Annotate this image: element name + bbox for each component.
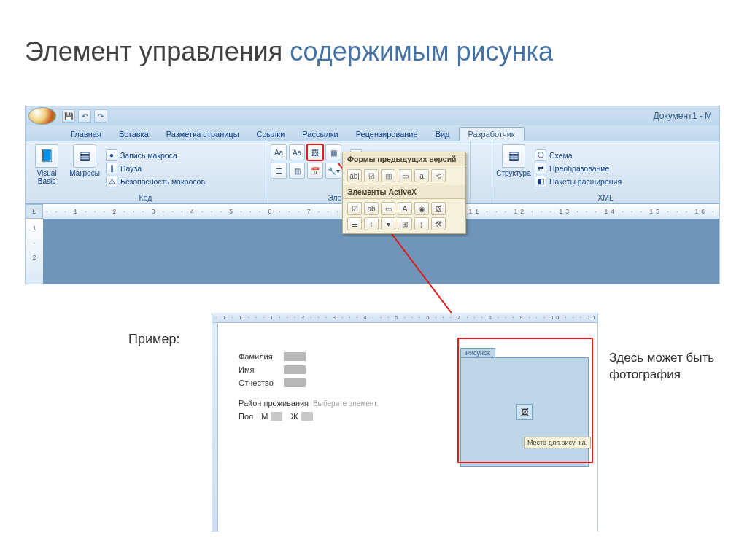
group-code: 📘 Visual Basic ▤ Макросы ●Запись макроса… (26, 141, 266, 203)
macros-button[interactable]: ▤ Макросы (68, 144, 101, 192)
structure-label: Структура (496, 169, 530, 177)
dropdown-control-icon[interactable]: ▥ (289, 163, 305, 179)
record-label: Запись макроса (120, 151, 177, 160)
legacy-reset-icon[interactable]: ⟲ (431, 169, 446, 182)
gender-label: Пол (239, 412, 253, 421)
word-document-preview: · 1 · 1 · · · 1 · · · 2 · · · 3 · · · 4 … (212, 313, 598, 532)
legacy-checkbox-icon[interactable]: ☑ (364, 169, 379, 182)
ax-more-icon[interactable]: 🛠 (431, 217, 446, 230)
security-icon: ⚠ (106, 176, 117, 187)
example-label: Пример: (128, 332, 179, 347)
ax-spin-icon[interactable]: ↨ (414, 217, 429, 230)
slide-title: Элемент управления содержимым рисунка (25, 36, 553, 67)
ax-label-icon[interactable]: A (398, 202, 412, 215)
activex-header: Элементы ActiveX (343, 185, 465, 199)
pause-label: Пауза (120, 164, 142, 173)
tab-insert[interactable]: Вставка (110, 128, 158, 141)
legacy-tools-dropdown: Формы предыдущих версий ab| ☑ ▥ ▭ a ⟲ Эл… (342, 152, 466, 234)
save-icon[interactable]: 💾 (62, 109, 75, 122)
visual-basic-button[interactable]: 📘 Visual Basic (30, 144, 63, 192)
patronymic-field[interactable] (284, 378, 306, 387)
ax-button-icon[interactable]: ▭ (381, 202, 395, 215)
packs-icon: ◧ (535, 176, 546, 187)
vb-label: Visual Basic (30, 169, 63, 185)
gender-f-checkbox[interactable] (301, 412, 313, 421)
window-title: Документ1 - M (653, 111, 716, 121)
security-label: Безопасность макросов (120, 177, 205, 186)
picture-content-control[interactable]: Рисунок 🖼 Место для рисунка. (460, 348, 589, 467)
tab-mailings[interactable]: Рассылки (293, 128, 347, 141)
ribbon-tabs: Главная Вставка Разметка страницы Ссылки… (26, 125, 719, 141)
ax-combo-icon[interactable]: ▾ (381, 217, 395, 230)
quick-access-toolbar: 💾 ↶ ↷ Документ1 - M (26, 106, 719, 125)
ax-image-icon[interactable]: 🖼 (431, 202, 446, 215)
lastname-label: Фамилия (239, 352, 279, 361)
ax-option-icon[interactable]: ◉ (414, 202, 429, 215)
legacy-forms-row: ab| ☑ ▥ ▭ a ⟲ (343, 166, 465, 185)
macro-security-button[interactable]: ⚠Безопасность макросов (106, 176, 205, 187)
group-xml-label: XML (497, 192, 714, 202)
word-ribbon-window: 💾 ↶ ↷ Документ1 - M Главная Вставка Разм… (25, 106, 720, 284)
structure-button[interactable]: ▤ Структура (497, 144, 530, 192)
tab-references[interactable]: Ссылки (248, 128, 294, 141)
packs-label: Пакеты расширения (549, 177, 622, 186)
ax-checkbox-icon[interactable]: ☑ (347, 202, 362, 215)
photo-note: Здесь может быть фотография (609, 350, 719, 384)
datepicker-control-icon[interactable]: 📅 (307, 163, 323, 179)
picture-control-tab: Рисунок (460, 348, 495, 357)
picture-control-area[interactable]: 🖼 Место для рисунка. (460, 357, 589, 467)
tab-developer[interactable]: Разработчик (459, 127, 525, 141)
picture-control-icon[interactable]: 🖼 (307, 144, 323, 160)
spacer-group (471, 141, 492, 203)
vertical-ruler: 1·2 (26, 219, 43, 284)
title-part-2: содержимым рисунка (290, 36, 553, 66)
patronymic-label: Отчество (239, 378, 279, 387)
record-icon: ● (106, 149, 117, 161)
plaintext-control-icon[interactable]: Aa (289, 144, 305, 160)
firstname-field[interactable] (284, 365, 306, 374)
legacy-dropdown-icon[interactable]: ▥ (381, 169, 395, 182)
picture-tooltip: Место для рисунка. (524, 437, 591, 448)
legacy-forms-header: Формы предыдущих версий (343, 152, 465, 166)
firstname-label: Имя (239, 365, 279, 374)
redo-icon[interactable]: ↷ (94, 109, 107, 122)
schema-icon: ⎔ (535, 149, 546, 161)
tab-layout[interactable]: Разметка страницы (158, 128, 248, 141)
ax-textbox-icon[interactable]: ab (364, 202, 379, 215)
expansion-packs-button[interactable]: ◧Пакеты расширения (535, 176, 622, 187)
legacy-tools-icon[interactable]: 🔧▾ (325, 163, 341, 179)
doc2-page: Фамилия Имя Отчество Район проживания Вы… (218, 323, 597, 532)
tab-home[interactable]: Главная (62, 128, 110, 141)
buildingblock-control-icon[interactable]: ▦ (325, 144, 341, 160)
record-macro-button[interactable]: ●Запись макроса (106, 149, 205, 161)
office-button[interactable] (28, 107, 56, 125)
ax-scroll-icon[interactable]: ↕ (364, 217, 379, 230)
gender-m-checkbox[interactable] (271, 412, 282, 421)
gender-m-label: М (261, 412, 268, 421)
group-code-label: Код (30, 192, 261, 202)
combobox-control-icon[interactable]: ☰ (271, 163, 287, 179)
pause-icon: ∥ (106, 163, 117, 174)
legacy-frame-icon[interactable]: ▭ (398, 169, 412, 182)
tab-view[interactable]: Вид (427, 128, 459, 141)
schema-button[interactable]: ⎔Схема (535, 149, 622, 161)
legacy-shading-icon[interactable]: a (414, 169, 429, 182)
ruler-corner: L (26, 204, 43, 219)
group-xml: ▤ Структура ⎔Схема ⇄Преобразование ◧Паке… (492, 141, 719, 203)
transform-icon: ⇄ (535, 163, 546, 174)
pause-recording-button[interactable]: ∥Пауза (106, 163, 205, 174)
transform-button[interactable]: ⇄Преобразование (535, 163, 622, 174)
activex-row: ☑ ab ▭ A ◉ 🖼 ☰ ↕ ▾ ⊞ ↨ 🛠 (343, 199, 465, 233)
district-placeholder[interactable]: Выберите элемент. (313, 400, 378, 408)
lastname-field[interactable] (284, 352, 306, 361)
ax-toggle-icon[interactable]: ⊞ (398, 217, 412, 230)
picture-placeholder-icon: 🖼 (516, 404, 533, 420)
richtext-control-icon[interactable]: Aa (271, 144, 287, 160)
doc2-horizontal-ruler: · 1 · 1 · · · 1 · · · 2 · · · 3 · · · 4 … (212, 313, 597, 323)
ax-list-icon[interactable]: ☰ (347, 217, 362, 230)
legacy-textfield-icon[interactable]: ab| (347, 169, 362, 182)
macros-label: Макросы (69, 169, 100, 177)
structure-icon: ▤ (502, 144, 525, 168)
tab-review[interactable]: Рецензирование (347, 128, 427, 141)
undo-icon[interactable]: ↶ (78, 109, 91, 122)
